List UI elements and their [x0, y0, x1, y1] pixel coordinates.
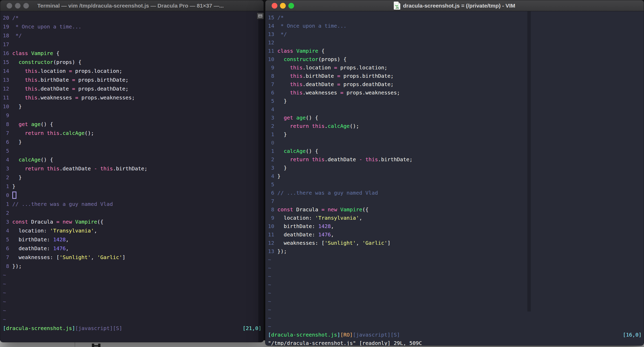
- tilde-marker: ~: [268, 315, 271, 321]
- code-token: constructor: [19, 59, 53, 65]
- code-line: 13});: [268, 247, 644, 255]
- desktop: Terminal — vim /tmp/dracula-screenshot.j…: [0, 0, 644, 347]
- code-token: return: [290, 156, 309, 163]
- code-line: 3 get age() {: [268, 113, 644, 122]
- code-token: (props) {: [318, 56, 347, 62]
- leaf-decoration: [395, 3, 398, 6]
- zoom-button[interactable]: [288, 3, 294, 9]
- empty-buffer-line: ~: [268, 264, 644, 272]
- code-token: Vampire: [75, 219, 97, 225]
- close-button[interactable]: [272, 3, 277, 9]
- code-token: deathDate:: [277, 231, 318, 238]
- code-line: 6// ...there was a guy named Vlad: [268, 189, 644, 197]
- tilde-marker: ~: [268, 282, 271, 288]
- code-token: this: [25, 94, 37, 101]
- vim-buffer-right[interactable]: 15/*14 * Once upon a time...13 */1211cla…: [265, 11, 644, 345]
- empty-buffer-line: ~: [268, 255, 644, 264]
- code-line: 5: [268, 180, 644, 189]
- code-line: 3 }: [268, 164, 644, 172]
- code-line: 11class Vampire {: [268, 47, 644, 55]
- scrollbar-track[interactable]: [258, 11, 264, 342]
- code-token: this: [312, 156, 325, 163]
- code-token: }: [277, 165, 287, 171]
- code-token: ]: [387, 240, 391, 246]
- zoom-button[interactable]: [23, 3, 29, 9]
- line-number: 13: [268, 247, 274, 255]
- code-token: this: [290, 73, 302, 79]
- code-token: weaknesses: [: [12, 254, 59, 260]
- code-token: }: [12, 139, 22, 145]
- close-button[interactable]: [7, 3, 12, 9]
- code-token: location:: [12, 228, 50, 234]
- code-token: * Once upon a time...: [277, 23, 347, 29]
- macvim-titlebar[interactable]: JS dracula-screenshot.js = (/private/tmp…: [265, 0, 644, 11]
- code-token: }: [12, 183, 15, 189]
- line-number: 9: [268, 214, 274, 222]
- code-token: .birthDate: [37, 77, 72, 83]
- code-token: dracula-screenshot.js: [271, 332, 337, 338]
- code-token: ,: [66, 236, 69, 243]
- js-file-icon: JS: [394, 2, 400, 10]
- code-token: const: [12, 219, 28, 225]
- code-token: =: [337, 73, 340, 79]
- code-line: 5: [3, 146, 264, 155]
- code-token: this: [47, 165, 59, 172]
- code-line: 7: [268, 197, 644, 205]
- empty-buffer-line: ~: [3, 306, 264, 315]
- code-token: /*: [277, 14, 284, 21]
- line-number: 6: [268, 189, 274, 197]
- code-token: [12, 59, 19, 65]
- vim-cursor: [12, 192, 16, 199]
- code-token: [28, 50, 31, 56]
- code-line: 4}: [268, 172, 644, 180]
- code-token: this: [25, 86, 37, 92]
- tilde-marker: ~: [268, 256, 271, 263]
- line-number: 10: [268, 222, 274, 230]
- line-number: 12: [268, 38, 274, 47]
- code-token: age: [31, 121, 40, 127]
- code-token: =: [75, 94, 78, 101]
- line-number: 7: [268, 197, 274, 205]
- empty-buffer-line: ~: [268, 306, 644, 314]
- line-number: 2: [3, 208, 9, 217]
- code-line: 15/*: [268, 13, 644, 22]
- line-number: 3: [3, 217, 9, 226]
- code-token: calcAge: [284, 148, 306, 154]
- code-token: [: [268, 332, 271, 338]
- code-token: -: [359, 156, 362, 163]
- code-token: [277, 115, 284, 121]
- vim-buffer-left[interactable]: 20/*19 * Once upon a time...18 */1716cla…: [0, 11, 264, 342]
- line-number: 16: [3, 49, 9, 58]
- code-token: [277, 89, 290, 96]
- code-token: return: [290, 123, 309, 129]
- vim-statusline: [dracula-screenshot.js][RO][javascript][…: [268, 331, 644, 339]
- minimize-button[interactable]: [15, 3, 21, 9]
- code-token: =: [69, 68, 72, 74]
- code-area: 15/*14 * Once upon a time...13 */1211cla…: [265, 11, 644, 346]
- terminal-titlebar[interactable]: Terminal — vim /tmp/dracula-screenshot.j…: [0, 0, 264, 11]
- code-token: }: [277, 173, 281, 179]
- code-token: /*: [12, 15, 19, 21]
- code-token: 'Transylvania': [50, 228, 94, 234]
- code-token: 'Garlic': [362, 240, 387, 246]
- minimize-button[interactable]: [280, 3, 286, 9]
- split-pane-button[interactable]: [257, 13, 264, 19]
- line-number: 2: [268, 155, 274, 164]
- code-line: 8 get age() {: [3, 120, 264, 129]
- empty-buffer-line: ~: [3, 279, 264, 288]
- code-token: [309, 123, 312, 129]
- code-token: [277, 73, 290, 79]
- line-number: 20: [3, 13, 9, 22]
- code-line: 10 }: [3, 102, 264, 111]
- code-token: [277, 148, 284, 154]
- code-token: [97, 165, 100, 172]
- code-token: .location: [302, 64, 334, 71]
- empty-buffer-line: ~: [268, 289, 644, 297]
- code-token: this: [100, 165, 113, 172]
- code-token: weaknesses: [: [277, 240, 325, 246]
- tilde-marker: ~: [268, 323, 271, 330]
- code-line: 14 this.location = props.location;: [3, 67, 264, 75]
- code-token: }: [12, 103, 22, 110]
- code-token: [28, 121, 31, 127]
- code-token: constructor: [284, 56, 318, 62]
